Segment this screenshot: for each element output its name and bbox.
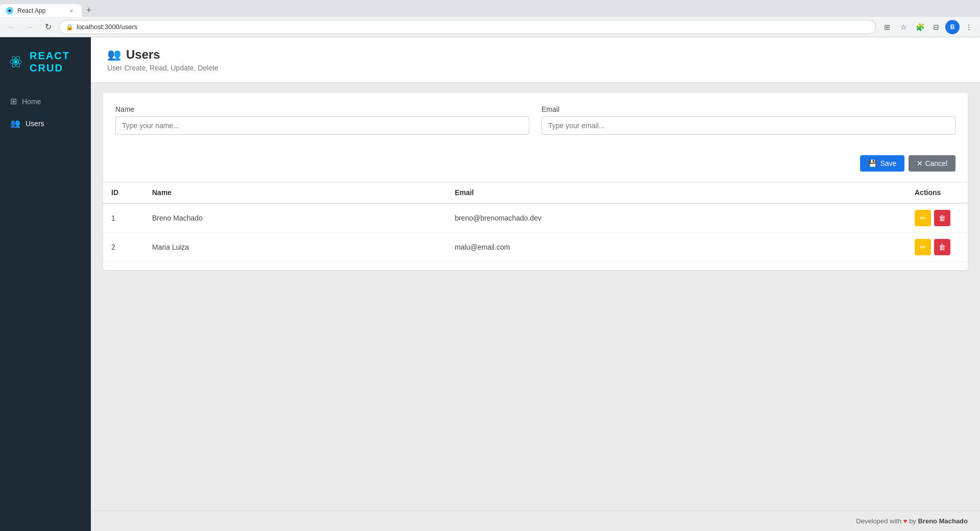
tab-close-button[interactable]: × — [67, 7, 76, 15]
action-buttons: ✏ 🗑 — [915, 239, 960, 255]
toolbar-right: ⊞ ☆ 🧩 ⊟ B ⋮ — [880, 20, 976, 34]
users-icon: 👥 — [10, 118, 20, 128]
page-title: Users — [126, 47, 160, 62]
new-tab-button[interactable]: + — [82, 4, 96, 17]
save-button[interactable]: 💾 Save — [860, 155, 904, 172]
email-input[interactable] — [542, 116, 955, 135]
edit-button[interactable]: ✏ — [915, 239, 931, 255]
action-buttons: ✏ 🗑 — [915, 210, 960, 226]
users-table-container: ID Name Email Actions 1 Breno Machado br… — [103, 182, 968, 270]
cancel-x-icon: ✕ — [917, 159, 923, 167]
sidebar-item-home[interactable]: ⊞ Home — [0, 90, 91, 112]
delete-button[interactable]: 🗑 — [934, 239, 950, 255]
footer-author: Breno Machado — [918, 517, 968, 525]
user-form: Name Email — [103, 93, 968, 151]
browser-toolbar: ← → ↻ 🔒 localhost:3000/users ⊞ ☆ 🧩 ⊟ B ⋮ — [0, 17, 980, 37]
sidebar-item-home-label: Home — [22, 98, 41, 106]
table-body: 1 Breno Machado breno@brenomachado.dev ✏… — [103, 203, 968, 262]
cancel-label: Cancel — [925, 159, 947, 167]
main-content: 👥 Users User Create, Read, Update, Delet… — [91, 37, 980, 531]
table-row: 1 Breno Machado breno@brenomachado.dev ✏… — [103, 203, 968, 233]
delete-button[interactable]: 🗑 — [934, 210, 950, 226]
tab-bar: React App × + — [0, 0, 980, 17]
cell-actions: ✏ 🗑 — [906, 233, 968, 262]
col-header-actions: Actions — [906, 182, 968, 204]
page-title-icon: 👥 — [107, 48, 121, 61]
form-row: Name Email — [115, 105, 955, 135]
url-display: localhost:3000/users — [77, 23, 137, 31]
users-table: ID Name Email Actions 1 Breno Machado br… — [103, 182, 968, 262]
browser-chrome: React App × + ← → ↻ 🔒 localhost:3000/use… — [0, 0, 980, 37]
cell-actions: ✏ 🗑 — [906, 203, 968, 233]
cell-id: 1 — [103, 203, 144, 233]
address-bar[interactable]: 🔒 localhost:3000/users — [59, 20, 876, 34]
cancel-button[interactable]: ✕ Cancel — [909, 155, 955, 172]
cell-name: Maria Luiza — [144, 233, 447, 262]
cell-name: Breno Machado — [144, 203, 447, 233]
profile-avatar[interactable]: B — [945, 20, 960, 34]
name-label: Name — [115, 105, 529, 113]
col-header-id: ID — [103, 182, 144, 204]
edit-button[interactable]: ✏ — [915, 210, 931, 226]
page-title-row: 👥 Users — [107, 47, 964, 62]
sidebar-brand: REACT CRUD — [0, 37, 91, 86]
reload-button[interactable]: ↻ — [41, 20, 55, 34]
svg-point-2 — [14, 60, 17, 63]
footer-by: by — [909, 517, 916, 525]
main-card: Name Email 💾 Save ✕ Cancel — [103, 93, 968, 270]
lock-icon: 🔒 — [66, 23, 74, 31]
back-button[interactable]: ← — [4, 20, 18, 34]
footer-heart: ♥ — [903, 517, 908, 525]
cell-email: malu@email.com — [447, 233, 906, 262]
tab-title: React App — [17, 7, 63, 14]
app-container: REACT CRUD ⊞ Home 👥 Users 👥 Users User C… — [0, 37, 980, 531]
col-header-name: Name — [144, 182, 447, 204]
save-label: Save — [880, 159, 896, 167]
page-header: 👥 Users User Create, Read, Update, Delet… — [91, 37, 980, 83]
save-icon: 💾 — [868, 159, 877, 167]
browser-tab-active[interactable]: React App × — [0, 4, 82, 17]
sidebar-navigation: ⊞ Home 👥 Users — [0, 86, 91, 138]
table-row: 2 Maria Luiza malu@email.com ✏ 🗑 — [103, 233, 968, 262]
name-field-group: Name — [115, 105, 529, 135]
email-label: Email — [542, 105, 955, 113]
tab-favicon — [6, 7, 13, 14]
footer: Developed with ♥ by Breno Machado — [91, 511, 980, 531]
table-header: ID Name Email Actions — [103, 182, 968, 204]
react-logo — [8, 51, 23, 73]
email-field-group: Email — [542, 105, 955, 135]
sidebar-toggle-button[interactable]: ⊟ — [929, 20, 943, 34]
forward-button[interactable]: → — [22, 20, 37, 34]
sidebar-item-users[interactable]: 👥 Users — [0, 112, 91, 134]
form-actions: 💾 Save ✕ Cancel — [103, 151, 968, 182]
sidebar: REACT CRUD ⊞ Home 👥 Users — [0, 37, 91, 531]
extensions-button[interactable]: 🧩 — [913, 20, 927, 34]
footer-prefix: Developed with — [856, 517, 901, 525]
cell-id: 2 — [103, 233, 144, 262]
page-subtitle: User Create, Read, Update, Delete — [107, 64, 964, 72]
sidebar-item-users-label: Users — [26, 119, 44, 128]
menu-button[interactable]: ⋮ — [962, 20, 976, 34]
svg-point-1 — [9, 9, 11, 12]
bookmark-button[interactable]: ☆ — [896, 20, 911, 34]
home-icon: ⊞ — [10, 96, 17, 106]
translate-button[interactable]: ⊞ — [880, 20, 894, 34]
name-input[interactable] — [115, 116, 529, 135]
cell-email: breno@brenomachado.dev — [447, 203, 906, 233]
brand-text: REACT CRUD — [30, 50, 83, 74]
col-header-email: Email — [447, 182, 906, 204]
